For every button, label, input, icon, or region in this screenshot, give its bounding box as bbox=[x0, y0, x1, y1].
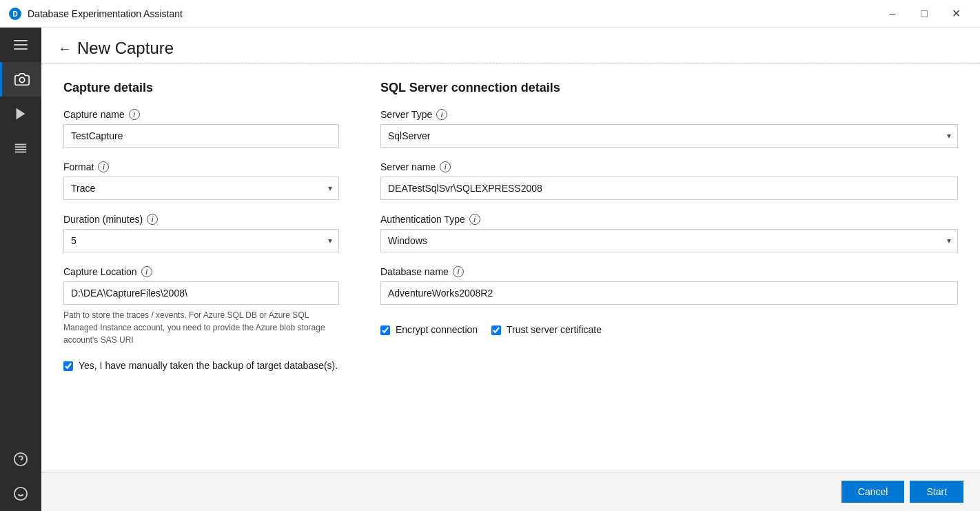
database-name-input[interactable] bbox=[380, 281, 958, 305]
duration-select[interactable]: 5 10 15 30 60 bbox=[63, 229, 339, 252]
duration-select-wrapper: 5 10 15 30 60 ▾ bbox=[63, 229, 339, 252]
svg-rect-2 bbox=[14, 40, 28, 41]
duration-group: Duration (minutes) i 5 10 15 30 60 ▾ bbox=[63, 214, 339, 252]
sidebar-item-capture[interactable] bbox=[0, 62, 41, 97]
title-bar: D Database Experimentation Assistant – □… bbox=[0, 0, 980, 28]
svg-point-13 bbox=[14, 488, 27, 500]
auth-type-group: Authentication Type i Windows SQL Server… bbox=[380, 214, 958, 252]
capture-name-info-icon: i bbox=[129, 109, 140, 120]
auth-type-select-wrapper: Windows SQL Server Authentication ▾ bbox=[380, 229, 958, 252]
footer: Cancel Start bbox=[41, 472, 980, 511]
sidebar-item-replay[interactable] bbox=[0, 97, 41, 131]
backup-checkbox[interactable] bbox=[63, 361, 73, 371]
title-bar-controls: – □ ✕ bbox=[877, 0, 972, 28]
trust-cert-checkbox-row: Trust server certificate bbox=[491, 324, 602, 335]
start-button[interactable]: Start bbox=[910, 481, 963, 503]
sidebar-menu-button[interactable] bbox=[0, 28, 41, 62]
server-name-info-icon: i bbox=[440, 161, 451, 172]
help-icon bbox=[13, 452, 28, 467]
capture-location-hint: Path to store the traces / xevents. For … bbox=[63, 309, 339, 346]
server-type-select[interactable]: SqlServer Azure SQL DB Azure SQL Managed… bbox=[380, 124, 958, 148]
server-name-group: Server name i bbox=[380, 161, 958, 200]
capture-location-group: Capture Location i Path to store the tra… bbox=[63, 266, 339, 346]
server-type-info-icon: i bbox=[436, 109, 447, 120]
app-title: Database Experimentation Assistant bbox=[28, 8, 183, 19]
auth-type-select[interactable]: Windows SQL Server Authentication bbox=[380, 229, 958, 252]
svg-rect-3 bbox=[14, 44, 28, 46]
capture-name-label: Capture name i bbox=[63, 109, 339, 120]
trust-cert-label[interactable]: Trust server certificate bbox=[507, 324, 602, 335]
camera-icon bbox=[14, 72, 30, 87]
svg-rect-4 bbox=[14, 48, 28, 50]
list-icon bbox=[13, 141, 28, 156]
title-bar-left: D Database Experimentation Assistant bbox=[8, 7, 183, 21]
format-group: Format i Trace XEvent ▾ bbox=[63, 161, 339, 200]
auth-type-info-icon: i bbox=[469, 214, 480, 225]
auth-type-label: Authentication Type i bbox=[380, 214, 958, 225]
connection-checkboxes: Encrypt connection Trust server certific… bbox=[380, 319, 958, 335]
content-area: Capture details Capture name i Format i bbox=[41, 64, 980, 472]
sidebar-item-analysis[interactable] bbox=[0, 131, 41, 166]
server-type-select-wrapper: SqlServer Azure SQL DB Azure SQL Managed… bbox=[380, 124, 958, 148]
trust-cert-checkbox[interactable] bbox=[491, 325, 501, 335]
minimize-button[interactable]: – bbox=[877, 0, 908, 28]
capture-location-info-icon: i bbox=[141, 266, 152, 277]
app-icon: D bbox=[8, 7, 22, 21]
close-button[interactable]: ✕ bbox=[940, 0, 972, 28]
cancel-button[interactable]: Cancel bbox=[841, 481, 905, 503]
server-name-input[interactable] bbox=[380, 177, 958, 200]
sidebar-item-feedback[interactable] bbox=[0, 477, 41, 511]
page-header: ← New Capture bbox=[41, 28, 980, 64]
app-layout: ← New Capture Capture details Capture na… bbox=[0, 28, 980, 511]
server-type-label: Server Type i bbox=[380, 109, 958, 120]
back-button[interactable]: ← bbox=[58, 41, 72, 57]
page-title: New Capture bbox=[77, 39, 174, 58]
right-panel: SQL Server connection details Server Typ… bbox=[380, 81, 958, 455]
maximize-button[interactable]: □ bbox=[908, 0, 940, 28]
svg-text:D: D bbox=[12, 10, 17, 18]
server-name-label: Server name i bbox=[380, 161, 958, 172]
server-type-group: Server Type i SqlServer Azure SQL DB Azu… bbox=[380, 109, 958, 148]
encrypt-label[interactable]: Encrypt connection bbox=[396, 324, 478, 335]
svg-point-5 bbox=[19, 77, 24, 82]
capture-location-label: Capture Location i bbox=[63, 266, 339, 277]
sql-connection-title: SQL Server connection details bbox=[380, 81, 958, 95]
database-name-group: Database name i bbox=[380, 266, 958, 305]
play-icon bbox=[13, 106, 28, 121]
format-label: Format i bbox=[63, 161, 339, 172]
hamburger-icon bbox=[14, 38, 28, 52]
main-content: ← New Capture Capture details Capture na… bbox=[41, 28, 980, 511]
capture-name-group: Capture name i bbox=[63, 109, 339, 148]
svg-marker-6 bbox=[17, 108, 25, 120]
sidebar bbox=[0, 28, 41, 511]
format-select[interactable]: Trace XEvent bbox=[63, 177, 339, 200]
database-name-info-icon: i bbox=[453, 266, 464, 277]
duration-info-icon: i bbox=[147, 214, 158, 225]
sidebar-bottom bbox=[0, 442, 41, 511]
encrypt-checkbox[interactable] bbox=[380, 325, 390, 335]
capture-details-title: Capture details bbox=[63, 81, 339, 95]
left-panel: Capture details Capture name i Format i bbox=[63, 81, 339, 455]
capture-name-input[interactable] bbox=[63, 124, 339, 148]
back-icon: ← bbox=[58, 41, 72, 57]
capture-location-input[interactable] bbox=[63, 281, 339, 305]
format-select-wrapper: Trace XEvent ▾ bbox=[63, 177, 339, 200]
encrypt-checkbox-row: Encrypt connection bbox=[380, 324, 478, 335]
feedback-icon bbox=[13, 486, 28, 501]
backup-checkbox-label[interactable]: Yes, I have manually taken the backup of… bbox=[79, 360, 338, 371]
database-name-label: Database name i bbox=[380, 266, 958, 277]
sidebar-item-help[interactable] bbox=[0, 442, 41, 477]
duration-label: Duration (minutes) i bbox=[63, 214, 339, 225]
backup-checkbox-row: Yes, I have manually taken the backup of… bbox=[63, 360, 339, 371]
format-info-icon: i bbox=[98, 161, 109, 172]
